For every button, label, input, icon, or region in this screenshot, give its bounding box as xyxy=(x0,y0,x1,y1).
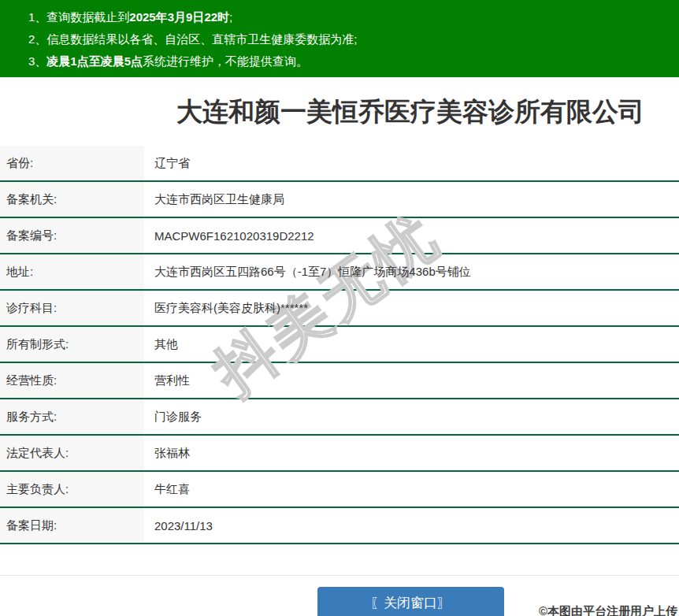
title-container: 大连和颜一美恒乔医疗美容诊所有限公司 xyxy=(142,77,679,129)
field-label: 服务方式: xyxy=(0,399,144,434)
table-row-legal-representative: 法定代表人: 张福林 xyxy=(0,436,679,472)
field-label: 省份: xyxy=(0,146,144,180)
table-row-filing-number: 备案编号: MACPW6F1621020319D2212 xyxy=(0,218,679,254)
close-window-button[interactable]: 〖关闭窗口〗 xyxy=(317,587,504,616)
notice-bar: 1、查询数据截止到2025年3月9日22时; 2、信息数据结果以各省、自治区、直… xyxy=(0,0,679,77)
table-row-filing-authority: 备案机关: 大连市西岗区卫生健康局 xyxy=(0,182,679,218)
table-row-filing-date: 备案日期: 2023/11/13 xyxy=(0,508,679,544)
notice-number: 2、 xyxy=(28,32,46,46)
field-value: 大连市西岗区五四路66号（-1至7）恒隆广场商场436b号铺位 xyxy=(144,254,471,289)
bottom-divider xyxy=(0,575,679,576)
notice-line-2: 2、信息数据结果以各省、自治区、直辖市卫生健康委数据为准; xyxy=(28,28,671,50)
notice-text: 查询数据截止到 xyxy=(46,10,129,24)
field-value: 其他 xyxy=(144,327,178,362)
field-label: 备案机关: xyxy=(0,182,144,217)
field-value: 牛红喜 xyxy=(144,472,190,507)
notice-number: 1、 xyxy=(28,10,46,24)
notice-line-3: 3、凌晨1点至凌晨5点系统进行维护，不能提供查询。 xyxy=(28,50,671,72)
field-label: 经营性质: xyxy=(0,363,144,398)
table-row-departments: 诊疗科目: 医疗美容科(美容皮肤科)****** xyxy=(0,291,679,327)
field-label: 主要负责人: xyxy=(0,472,144,507)
notice-text-bold: 凌晨1点至凌晨5点 xyxy=(46,54,143,68)
field-value: 2023/11/13 xyxy=(144,508,213,543)
field-label: 法定代表人: xyxy=(0,436,144,470)
field-label: 备案编号: xyxy=(0,218,144,253)
field-label: 所有制形式: xyxy=(0,327,144,362)
field-value: 张福林 xyxy=(144,436,190,470)
notice-text: 系统进行维护，不能提供查询。 xyxy=(143,54,308,68)
field-label: 地址: xyxy=(0,254,144,289)
field-value: MACPW6F1621020319D2212 xyxy=(144,218,314,253)
field-value: 门诊服务 xyxy=(144,399,202,434)
field-label: 诊疗科目: xyxy=(0,291,144,325)
field-value: 大连市西岗区卫生健康局 xyxy=(144,182,284,217)
field-value: 营利性 xyxy=(144,363,190,398)
notice-line-1: 1、查询数据截止到2025年3月9日22时; xyxy=(28,6,671,28)
notice-text-bold: 2025年3月9日22时 xyxy=(129,10,229,24)
filing-info-table: 省份: 辽宁省 备案机关: 大连市西岗区卫生健康局 备案编号: MACPW6F1… xyxy=(0,146,679,544)
field-value: 医疗美容科(美容皮肤科)****** xyxy=(144,291,308,325)
notice-number: 3、 xyxy=(28,54,46,68)
table-row-province: 省份: 辽宁省 xyxy=(0,146,679,182)
notice-text: 信息数据结果以各省、自治区、直辖市卫生健康委数据为准; xyxy=(46,32,357,46)
page-title: 大连和颜一美恒乔医疗美容诊所有限公司 xyxy=(142,95,679,129)
table-row-operation-nature: 经营性质: 营利性 xyxy=(0,363,679,399)
upload-credit-note: ©本图由平台注册用户上传 xyxy=(539,604,677,616)
field-label: 备案日期: xyxy=(0,508,144,543)
field-value: 辽宁省 xyxy=(144,146,190,180)
table-row-address: 地址: 大连市西岗区五四路66号（-1至7）恒隆广场商场436b号铺位 xyxy=(0,254,679,291)
notice-text: ; xyxy=(229,10,232,24)
table-row-service-mode: 服务方式: 门诊服务 xyxy=(0,399,679,436)
table-row-ownership: 所有制形式: 其他 xyxy=(0,327,679,363)
table-row-principal: 主要负责人: 牛红喜 xyxy=(0,472,679,508)
